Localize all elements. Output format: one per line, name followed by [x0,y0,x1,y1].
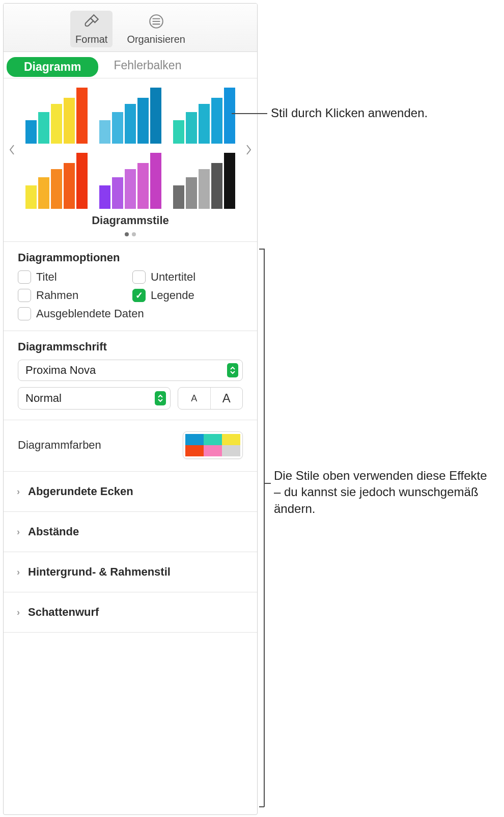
callout-bracket [259,806,264,807]
select-stepper-icon [155,391,166,405]
chart-colors-title: Diagrammfarben [18,439,101,452]
checkbox-hidden-data[interactable]: Ausgeblendete Daten [18,307,243,320]
chart-color-palette-button[interactable] [183,431,243,459]
font-family-value: Proxima Nova [25,364,96,377]
callout-bracket [264,483,271,484]
chevron-right-icon: › [15,486,22,497]
checkbox-rahmen[interactable]: Rahmen [18,289,128,302]
checkbox-rahmen-label: Rahmen [36,289,78,302]
chart-style-thumb-6[interactable] [169,149,239,209]
paintbrush-icon [83,13,100,33]
checkbox-hidden-data-label: Ausgeblendete Daten [36,307,144,320]
font-size-stepper: A A [178,387,243,410]
disclosure-gaps-label: Abstände [28,525,79,538]
chart-style-thumb-2[interactable] [96,84,165,144]
checkbox-titel-label: Titel [36,270,57,284]
chart-styles-section: Diagrammstile [4,78,257,242]
chevron-right-icon: › [15,527,22,537]
tab-diagramm[interactable]: Diagramm [7,57,98,77]
tab-fehlerbalken[interactable]: Fehlerbalken [102,57,192,77]
organize-tab-button[interactable]: Organisieren [122,11,190,47]
disclosure-gaps[interactable]: › Abstände [4,512,257,552]
callout-apply-style: Stil durch Klicken anwenden. [271,105,490,121]
checkbox-untertitel[interactable]: Untertitel [132,270,243,284]
disclosure-rounded-corners[interactable]: › Abgerundete Ecken [4,472,257,512]
chart-colors-row: Diagrammfarben [4,420,257,472]
list-icon [148,13,165,33]
checkbox-untertitel-label: Untertitel [151,270,195,284]
callout-bracket [264,249,265,807]
font-size-decrease[interactable]: A [178,388,211,409]
font-style-value: Normal [25,392,62,405]
callout-effects: Die Stile oben verwenden diese Effekte –… [274,468,488,517]
styles-prev-button[interactable] [5,140,20,160]
disclosure-background-border-label: Hintergrund- & Rahmenstil [28,565,171,579]
disclosure-background-border[interactable]: › Hintergrund- & Rahmenstil [4,552,257,592]
chart-options-section: Diagrammoptionen Titel Untertitel Rahmen… [4,242,257,331]
checkbox-legende[interactable]: Legende [132,289,243,302]
callout-bracket [259,249,264,250]
disclosure-shadow[interactable]: › Schattenwurf [4,592,257,633]
chart-style-thumb-5[interactable] [96,149,165,209]
font-family-select[interactable]: Proxima Nova [18,360,243,381]
format-panel: Format Organisieren Diagramm Fehlerbalke… [3,3,258,815]
chart-font-title: Diagrammschrift [18,340,243,353]
callout-line [232,113,267,114]
styles-next-button[interactable] [241,140,256,160]
chart-style-thumb-4[interactable] [22,149,92,209]
disclosure-shadow-label: Schattenwurf [28,606,99,619]
styles-page-dots [4,229,257,238]
select-stepper-icon [227,363,238,377]
chart-style-thumb-1[interactable] [22,84,92,144]
format-tab-button[interactable]: Format [70,11,113,47]
organize-tab-label: Organisieren [127,34,185,45]
checkbox-legende-label: Legende [151,289,194,302]
chart-font-section: Diagrammschrift Proxima Nova Normal A A [4,331,257,420]
font-size-increase[interactable]: A [211,388,243,409]
subtab-bar: Diagramm Fehlerbalken [4,52,257,78]
chart-style-thumb-3[interactable] [169,84,239,144]
font-style-select[interactable]: Normal [18,387,171,410]
chart-options-title: Diagrammoptionen [18,251,243,264]
format-tab-label: Format [75,34,107,45]
checkbox-titel[interactable]: Titel [18,270,128,284]
chevron-right-icon: › [15,607,22,618]
panel-toolbar: Format Organisieren [4,4,257,52]
chevron-right-icon: › [15,567,22,578]
disclosure-rounded-corners-label: Abgerundete Ecken [28,485,133,498]
chart-styles-title: Diagrammstile [4,214,257,227]
